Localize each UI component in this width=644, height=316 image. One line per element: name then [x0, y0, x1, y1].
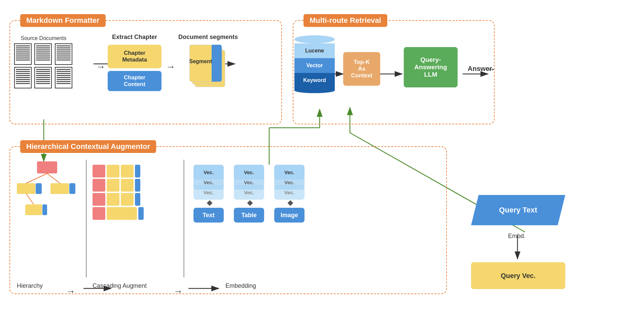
divider-2 [183, 160, 184, 277]
db-lucene-section: Lucene [294, 43, 335, 58]
doc-icon-1 [14, 43, 32, 65]
db-top-ellipse [294, 35, 335, 43]
embedding-label: Embedding [225, 282, 256, 289]
vec-table-3: Vec. [234, 185, 264, 200]
db-vector-section: Vector [294, 58, 335, 73]
arrow-answer: → [486, 64, 496, 75]
extract-chapter-group: Extract Chapter ChapterMetadata ChapterC… [108, 34, 162, 91]
arrow-cascading-embedding: → [173, 286, 183, 297]
vec-image-3: Vec. [274, 185, 305, 200]
arrow-extract-segments: → [166, 62, 175, 72]
chapter-content-box: ChapterContent [108, 71, 162, 91]
query-vec-box: Query Vec. [471, 262, 565, 289]
doc-icon-4 [14, 67, 32, 88]
db-keyword-section: Keyword [294, 73, 335, 88]
source-documents-label: Source Documents [21, 35, 66, 41]
document-segments-group: Document segments Segment [178, 34, 238, 97]
database-group: Lucene Vector Keyword [294, 35, 335, 93]
divider-1 [86, 160, 87, 277]
doc-icon-6 [55, 67, 72, 88]
multi-route-header: Multi-route Retrieval [303, 14, 387, 27]
image-label-box: Image [274, 208, 305, 223]
query-text-box: Query Text [471, 195, 565, 225]
doc-icon-3 [55, 43, 72, 65]
cascading-augment-group [93, 165, 144, 220]
cascading-augment-label: Cascading Augment [93, 282, 147, 289]
text-label-box: Text [193, 208, 224, 223]
embd-label: Embd. [508, 233, 526, 240]
doc-icon-5 [34, 67, 52, 88]
tree-lines-svg [17, 161, 84, 229]
db-bottom-ellipse [294, 88, 335, 93]
doc-icon-2 [34, 43, 52, 65]
source-documents-group: Source Documents [14, 35, 73, 88]
query-answering-llm-box: Query-AnsweringLLM [404, 47, 458, 87]
document-segments-label: Document segments [178, 34, 238, 41]
arrow-hierarchy-cascading: → [66, 286, 75, 297]
markdown-formatter-header: Markdown Formatter [20, 14, 106, 27]
chapter-metadata-box: ChapterMetadata [108, 45, 162, 68]
svg-line-16 [26, 173, 47, 183]
arrow-source-extract: → [96, 62, 105, 72]
vec-text-3: Vec. [193, 185, 224, 200]
extract-chapter-label: Extract Chapter [112, 34, 157, 41]
table-label-box: Table [234, 208, 264, 223]
hierarchy-label: Hierarchy [17, 282, 43, 289]
segment-stack: Segment [188, 43, 228, 97]
svg-line-18 [26, 194, 34, 204]
hierarchical-header: Hierarchical Contextual Augmentor [20, 140, 156, 153]
topk-box: Top-KAsContext [343, 52, 380, 86]
svg-line-17 [47, 173, 60, 183]
diagram-container: Markdown Formatter Source Documents [0, 0, 644, 316]
document-icons-grid [14, 43, 73, 88]
